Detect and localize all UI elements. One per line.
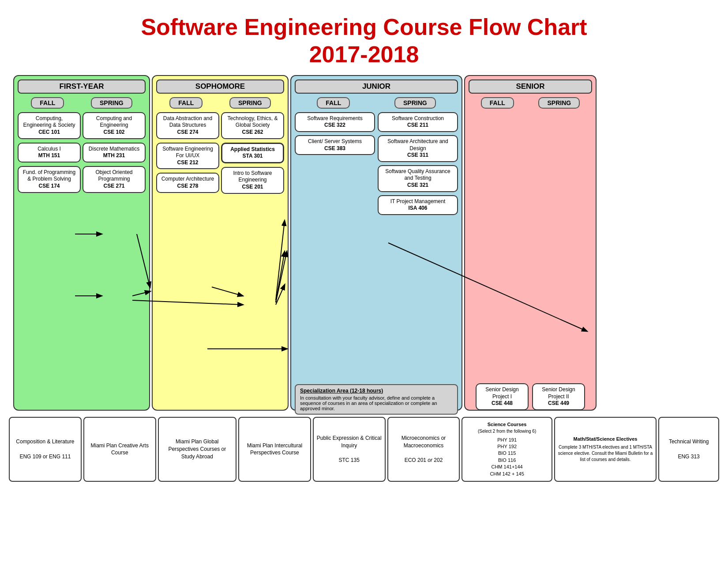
bottom-global-title: Miami Plan Global Perspectives Courses o… bbox=[161, 438, 233, 460]
bottom-math-title: Math/Stat/Science Electives bbox=[558, 436, 653, 442]
bottom-global: Miami Plan Global Perspectives Courses o… bbox=[158, 417, 236, 482]
bottom-sci-title: Science Courses(Select 2 from the follow… bbox=[465, 421, 548, 435]
first-year-spring-label: SPRING bbox=[91, 97, 132, 109]
sophomore-label: SOPHOMORE bbox=[156, 79, 284, 94]
soph-spring-label: SPRING bbox=[229, 97, 271, 109]
bottom-science: Science Courses(Select 2 from the follow… bbox=[462, 417, 552, 482]
course-cse212: Software Engineering For UI/UXCSE 212 bbox=[156, 143, 219, 170]
bottom-tw-title: Technical Writing bbox=[662, 438, 716, 446]
soph-fall-label: FALL bbox=[169, 97, 203, 109]
course-cse321: Software Quality Assurance and TestingCS… bbox=[378, 165, 458, 192]
page-title: Software Engineering Course Flow Chart 2… bbox=[4, 4, 724, 75]
bottom-composition: Composition & Literature ENG 109 or ENG … bbox=[9, 417, 82, 482]
sophomore-block: SOPHOMORE FALL SPRING Data Abstraction a… bbox=[152, 75, 289, 411]
course-cse102: Computing and EngineeringCSE 102 bbox=[83, 112, 146, 139]
senior-label: SENIOR bbox=[469, 79, 592, 94]
course-cse271: Object Oriented ProgrammingCSE 271 bbox=[83, 166, 146, 193]
course-cse174: Fund. of Programming & Problem SolvingCS… bbox=[18, 166, 81, 193]
bottom-creative-arts: Miami Plan Creative Arts Course bbox=[83, 417, 156, 482]
course-cse262: Technology, Ethics, & Global SocietyCSE … bbox=[221, 112, 284, 139]
spec-text: In consultation with your faculty adviso… bbox=[300, 395, 453, 411]
specialization-area: Specialization Area (12-18 hours) In con… bbox=[295, 384, 458, 415]
junior-block: JUNIOR FALL SPRING Software Requirements… bbox=[290, 75, 462, 411]
bottom-pe-title: Public Expression & Critical Inquiry bbox=[316, 435, 382, 450]
course-cse278: Computer ArchitectureCSE 278 bbox=[156, 173, 219, 193]
senior-fall-label: FALL bbox=[481, 97, 514, 109]
course-cse274: Data Abstraction and Data StructuresCSE … bbox=[156, 112, 219, 139]
bottom-tech-writing: Technical Writing ENG 313 bbox=[658, 417, 719, 482]
course-cse322: Software RequirementsCSE 322 bbox=[295, 112, 375, 132]
bottom-econ: Microeconomics or Macroeconomics ECO 201… bbox=[387, 417, 460, 482]
bottom-comp-code: ENG 109 or ENG 111 bbox=[12, 453, 78, 461]
first-year-fall-label: FALL bbox=[31, 97, 64, 109]
first-year-block: FIRST-YEAR FALL SPRING Computing, Engine… bbox=[13, 75, 150, 411]
bottom-math-text: Complete 3 MTH/STA electives and 1 MTH/S… bbox=[558, 444, 653, 463]
bottom-pe-code: STC 135 bbox=[316, 457, 382, 464]
bottom-public-expr: Public Expression & Critical Inquiry STC… bbox=[313, 417, 386, 482]
senior-spring-label: SPRING bbox=[538, 97, 580, 109]
bottom-tw-code: ENG 313 bbox=[662, 453, 716, 461]
bottom-inter-title: Miami Plan Intercultural Perspectives Co… bbox=[242, 442, 308, 457]
bottom-requirements-row: Composition & Literature ENG 109 or ENG … bbox=[4, 413, 724, 485]
course-cse201: Intro to Software EngineeringCSE 201 bbox=[221, 167, 284, 194]
course-cse448: Senior Design Project ICSE 448 bbox=[476, 383, 529, 410]
course-cse383: Client/ Server SystemsCSE 383 bbox=[295, 135, 375, 155]
bottom-math-electives: Math/Stat/Science Electives Complete 3 M… bbox=[554, 417, 657, 482]
bottom-comp-title: Composition & Literature bbox=[12, 438, 78, 446]
bottom-econ-code: ECO 201 or 202 bbox=[391, 457, 457, 464]
course-sta301: Applied StatisticsSTA 301 bbox=[221, 143, 284, 163]
senior-block: SENIOR FALL SPRING Senior Design Project… bbox=[464, 75, 597, 411]
bottom-sci-list: PHY 191PHY 192BIO 115BIO 116CHM 141+144C… bbox=[465, 437, 548, 477]
course-mth151: Calculus IMTH 151 bbox=[18, 143, 81, 162]
course-cse211: Software ConstructionCSE 211 bbox=[378, 112, 458, 132]
course-cse449: Senior Design Project IICSE 449 bbox=[532, 383, 585, 410]
junior-spring-label: SPRING bbox=[394, 97, 436, 109]
bottom-intercultural: Miami Plan Intercultural Perspectives Co… bbox=[238, 417, 311, 482]
junior-label: JUNIOR bbox=[295, 79, 458, 94]
course-cec101: Computing, Engineering & SocietyCEC 101 bbox=[18, 112, 81, 139]
course-mth231: Discrete MathematicsMTH 231 bbox=[83, 143, 146, 162]
spec-title: Specialization Area (12-18 hours) bbox=[300, 388, 453, 394]
bottom-ca-title: Miami Plan Creative Arts Course bbox=[87, 442, 153, 457]
course-cse311: Software Architecture and DesignCSE 311 bbox=[378, 135, 458, 162]
first-year-label: FIRST-YEAR bbox=[18, 79, 146, 94]
course-isa406: IT Project ManagementISA 406 bbox=[378, 195, 458, 215]
junior-fall-label: FALL bbox=[317, 97, 350, 109]
bottom-econ-title: Microeconomics or Macroeconomics bbox=[391, 435, 457, 450]
